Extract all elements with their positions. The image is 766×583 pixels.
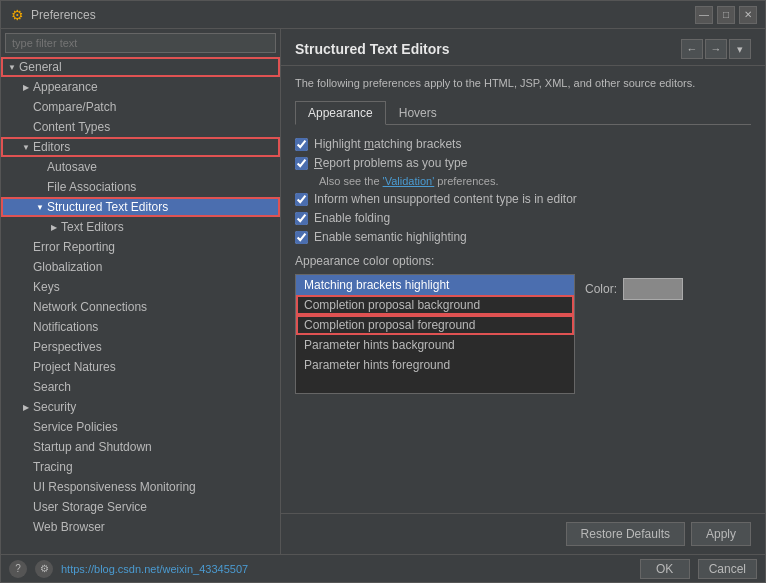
tree-arrow-editors bbox=[19, 140, 33, 154]
content-area: General Appearance Compare/Patch Content… bbox=[1, 29, 765, 554]
tree-arrow-startup bbox=[19, 440, 33, 454]
sidebar-label-svcpol: Service Policies bbox=[33, 420, 276, 434]
tree-arrow-uiresp bbox=[19, 480, 33, 494]
checkbox-report-problems[interactable] bbox=[295, 157, 308, 170]
sidebar-label-tracing: Tracing bbox=[33, 460, 276, 474]
tree-arrow-persp bbox=[19, 340, 33, 354]
sidebar-item-error-reporting[interactable]: Error Reporting bbox=[1, 237, 280, 257]
tree-arrow-content bbox=[19, 120, 33, 134]
tree-arrow-structured bbox=[33, 200, 47, 214]
checkbox-enable-semantic[interactable] bbox=[295, 231, 308, 244]
restore-defaults-button[interactable]: Restore Defaults bbox=[566, 522, 685, 546]
nav-dropdown-button[interactable]: ▾ bbox=[729, 39, 751, 59]
sidebar-label-security: Security bbox=[33, 400, 276, 414]
sidebar-item-project-natures[interactable]: Project Natures bbox=[1, 357, 280, 377]
sidebar-item-globalization[interactable]: Globalization bbox=[1, 257, 280, 277]
bottom-url[interactable]: https://blog.csdn.net/weixin_43345507 bbox=[61, 563, 632, 575]
validation-link[interactable]: 'Validation' bbox=[383, 175, 435, 187]
sidebar-item-security[interactable]: Security bbox=[1, 397, 280, 417]
sidebar-item-service-policies[interactable]: Service Policies bbox=[1, 417, 280, 437]
tree-arrow-svcpol bbox=[19, 420, 33, 434]
color-item-completion-bg[interactable]: Completion proposal background bbox=[296, 295, 574, 315]
sidebar-item-appearance[interactable]: Appearance bbox=[1, 77, 280, 97]
sidebar-label-global: Globalization bbox=[33, 260, 276, 274]
tree-arrow-global bbox=[19, 260, 33, 274]
ok-button[interactable]: OK bbox=[640, 559, 690, 579]
tree-arrow-text-editors bbox=[47, 220, 61, 234]
nav-buttons: ← → ▾ bbox=[681, 39, 751, 59]
sidebar-item-editors[interactable]: Editors bbox=[1, 137, 280, 157]
sidebar-item-search[interactable]: Search bbox=[1, 377, 280, 397]
sidebar-label-startup: Startup and Shutdown bbox=[33, 440, 276, 454]
sidebar-item-file-assoc[interactable]: File Associations bbox=[1, 177, 280, 197]
sidebar-label-keys: Keys bbox=[33, 280, 276, 294]
tabs: Appearance Hovers bbox=[295, 101, 751, 125]
sidebar-label-userstorage: User Storage Service bbox=[33, 500, 276, 514]
tree-arrow-keys bbox=[19, 280, 33, 294]
sidebar-item-structured-text[interactable]: Structured Text Editors bbox=[1, 197, 280, 217]
label-report-problems: Report problems as you type bbox=[314, 156, 467, 170]
preferences-window: ⚙ Preferences — □ ✕ General Appearance bbox=[0, 0, 766, 583]
apply-button[interactable]: Apply bbox=[691, 522, 751, 546]
checkbox-enable-folding[interactable] bbox=[295, 212, 308, 225]
main-body: The following preferences apply to the H… bbox=[281, 66, 765, 513]
sidebar-label-general: General bbox=[19, 60, 276, 74]
tab-hovers[interactable]: Hovers bbox=[386, 101, 450, 125]
checkbox-row-report: Report problems as you type bbox=[295, 156, 751, 170]
sidebar-item-compare-patch[interactable]: Compare/Patch bbox=[1, 97, 280, 117]
close-button[interactable]: ✕ bbox=[739, 6, 757, 24]
sidebar-label-content: Content Types bbox=[33, 120, 276, 134]
help-icon[interactable]: ? bbox=[9, 560, 27, 578]
window-icon: ⚙ bbox=[9, 7, 25, 23]
color-box[interactable] bbox=[623, 278, 683, 300]
label-enable-folding: Enable folding bbox=[314, 211, 390, 225]
color-item-param-hints-fg[interactable]: Parameter hints foreground bbox=[296, 355, 574, 375]
color-item-completion-fg[interactable]: Completion proposal foreground bbox=[296, 315, 574, 335]
main-title: Structured Text Editors bbox=[295, 41, 450, 57]
checkbox-highlight-brackets[interactable] bbox=[295, 138, 308, 151]
checkbox-row-folding: Enable folding bbox=[295, 211, 751, 225]
sidebar-item-network[interactable]: Network Connections bbox=[1, 297, 280, 317]
sidebar-label-error: Error Reporting bbox=[33, 240, 276, 254]
settings-icon[interactable]: ⚙ bbox=[35, 560, 53, 578]
sidebar-item-autosave[interactable]: Autosave bbox=[1, 157, 280, 177]
sidebar-item-content-types[interactable]: Content Types bbox=[1, 117, 280, 137]
label-highlight-brackets: Highlight matching brackets bbox=[314, 137, 461, 151]
color-item-matching-brackets[interactable]: Matching brackets highlight bbox=[296, 275, 574, 295]
color-item-param-hints-bg[interactable]: Parameter hints background bbox=[296, 335, 574, 355]
color-list: Matching brackets highlight Completion p… bbox=[295, 274, 575, 394]
sidebar-item-web-browser[interactable]: Web Browser bbox=[1, 517, 280, 537]
sidebar-item-perspectives[interactable]: Perspectives bbox=[1, 337, 280, 357]
nav-back-button[interactable]: ← bbox=[681, 39, 703, 59]
bottom-bar: ? ⚙ https://blog.csdn.net/weixin_4334550… bbox=[1, 554, 765, 582]
maximize-button[interactable]: □ bbox=[717, 6, 735, 24]
filter-input[interactable] bbox=[5, 33, 276, 53]
nav-forward-button[interactable]: → bbox=[705, 39, 727, 59]
sidebar-label-network: Network Connections bbox=[33, 300, 276, 314]
sidebar-label-notif: Notifications bbox=[33, 320, 276, 334]
tree-arrow-notif bbox=[19, 320, 33, 334]
tree-arrow-compare bbox=[19, 100, 33, 114]
sidebar-item-user-storage[interactable]: User Storage Service bbox=[1, 497, 280, 517]
sidebar-item-ui-responsiveness[interactable]: UI Responsiveness Monitoring bbox=[1, 477, 280, 497]
sidebar-item-tracing[interactable]: Tracing bbox=[1, 457, 280, 477]
title-bar-controls: — □ ✕ bbox=[695, 6, 757, 24]
sidebar-item-notifications[interactable]: Notifications bbox=[1, 317, 280, 337]
tab-appearance[interactable]: Appearance bbox=[295, 101, 386, 125]
tree-arrow-userstorage bbox=[19, 500, 33, 514]
sidebar-item-startup[interactable]: Startup and Shutdown bbox=[1, 437, 280, 457]
tree-arrow-fileassoc bbox=[33, 180, 47, 194]
tree: General Appearance Compare/Patch Content… bbox=[1, 57, 280, 554]
sidebar-item-keys[interactable]: Keys bbox=[1, 277, 280, 297]
sidebar-item-general[interactable]: General bbox=[1, 57, 280, 77]
tree-arrow-autosave bbox=[33, 160, 47, 174]
checkbox-inform-unsupported[interactable] bbox=[295, 193, 308, 206]
main-panel: Structured Text Editors ← → ▾ The follow… bbox=[281, 29, 765, 554]
minimize-button[interactable]: — bbox=[695, 6, 713, 24]
cancel-button[interactable]: Cancel bbox=[698, 559, 757, 579]
tree-arrow-search bbox=[19, 380, 33, 394]
sidebar-label-persp: Perspectives bbox=[33, 340, 276, 354]
sidebar: General Appearance Compare/Patch Content… bbox=[1, 29, 281, 554]
sidebar-item-text-editors[interactable]: Text Editors bbox=[1, 217, 280, 237]
color-label: Color: bbox=[585, 282, 617, 296]
